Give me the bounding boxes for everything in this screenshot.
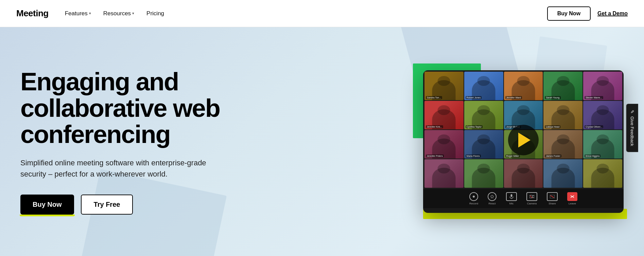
video-cell: Maria Flores	[464, 130, 503, 159]
participant-name: Jennifer Ward	[505, 96, 522, 99]
participant-name: Robert Jones	[466, 96, 482, 99]
video-cell: Sandra Torr...	[424, 72, 464, 100]
nav-pricing[interactable]: Pricing	[146, 10, 164, 17]
video-cell: Erica Higgins	[583, 130, 622, 159]
record-button[interactable]: Record	[469, 192, 478, 205]
play-button[interactable]	[508, 125, 539, 156]
participant-name: Latoya Head	[545, 125, 560, 128]
svg-rect-1	[511, 194, 512, 197]
leave-label: Leave	[569, 202, 576, 205]
share-icon	[547, 192, 558, 201]
nav-links: Features ▾ Resources ▾ Pricing	[65, 10, 547, 17]
hero-content: Engaging and collaborative web conferenc…	[20, 69, 258, 215]
react-label: React	[489, 202, 496, 205]
svg-line-4	[530, 196, 532, 198]
play-triangle-icon	[518, 133, 530, 148]
video-cell: Jennifer Peters	[424, 130, 464, 159]
device-toolbar: Record React Mic	[423, 189, 624, 208]
video-cell: Jennifer Kirk...	[424, 101, 464, 129]
video-cell: Sarah Young	[543, 72, 582, 100]
mic-button[interactable]: Mic	[506, 192, 517, 205]
video-cell: Steven Warre...	[583, 72, 622, 100]
nav-resources[interactable]: Resources ▾	[103, 10, 134, 17]
buy-now-nav-button[interactable]: Buy Now	[547, 6, 591, 21]
chevron-down-icon: ▾	[89, 11, 91, 16]
hero-subtext: Simplified online meeting software with …	[20, 157, 221, 180]
participant-name: James Foster	[545, 154, 561, 158]
camera-button[interactable]: Camera	[526, 192, 537, 205]
participant-name: Erica Higgins	[585, 154, 601, 158]
chevron-down-icon: ▾	[132, 11, 134, 16]
participant-name: Sandra Torr...	[426, 96, 442, 99]
feedback-icon: ✎	[629, 110, 634, 114]
participant-name: Cynthia Taylor	[466, 125, 483, 128]
device-frame: Sandra Torr...Robert JonesJennifer WardS…	[423, 70, 624, 213]
video-cell: Cynthia Taylor	[464, 101, 503, 129]
svg-point-0	[473, 196, 475, 198]
react-icon	[488, 192, 497, 201]
video-cell	[543, 159, 582, 188]
react-button[interactable]: React	[488, 192, 497, 205]
try-free-button[interactable]: Try Free	[81, 195, 133, 215]
nav-features[interactable]: Features ▾	[65, 10, 91, 17]
hero-visual: Sandra Torr...Robert JonesJennifer WardS…	[423, 70, 624, 213]
get-demo-button[interactable]: Get a Demo	[597, 11, 628, 17]
camera-label: Camera	[527, 202, 537, 205]
camera-icon	[526, 192, 537, 201]
participant-name: Roger Miller	[505, 154, 520, 158]
feedback-label: Give Feedback	[629, 116, 634, 146]
participant-name: Maria Flores	[466, 154, 481, 158]
record-label: Record	[469, 202, 478, 205]
mic-label: Mic	[509, 202, 514, 205]
video-cell: James Foster	[543, 130, 582, 159]
hero-section: Engaging and collaborative web conferenc…	[0, 27, 644, 256]
hero-buttons: Buy Now Try Free	[20, 195, 258, 215]
participant-name: Jennifer Kirk...	[426, 125, 443, 128]
video-cell: Robert Jones	[464, 72, 503, 100]
feedback-tab[interactable]: ✎ Give Feedback	[626, 104, 638, 152]
video-cell	[583, 159, 622, 188]
participant-name: Jennifer Peters	[426, 154, 444, 158]
share-button[interactable]: Share	[547, 192, 558, 205]
hero-headline: Engaging and collaborative web conferenc…	[20, 69, 258, 148]
navbar: Meeting Features ▾ Resources ▾ Pricing B…	[0, 0, 644, 27]
leave-icon	[567, 192, 577, 201]
nav-actions: Buy Now Get a Demo	[547, 6, 628, 21]
share-label: Share	[549, 202, 556, 205]
video-cell: Jennifer Ward	[504, 72, 543, 100]
record-icon	[469, 192, 478, 201]
video-cell	[464, 159, 503, 188]
svg-line-6	[551, 196, 554, 198]
video-cell: Latoya Head	[543, 101, 582, 129]
leave-button[interactable]: Leave	[567, 192, 577, 205]
logo[interactable]: Meeting	[16, 8, 49, 19]
video-cell: Crystal Olliver...	[583, 101, 622, 129]
video-cell	[504, 159, 543, 188]
mic-icon	[506, 192, 517, 201]
participant-name: Steven Warre...	[585, 96, 603, 99]
video-cell	[424, 159, 464, 188]
buy-now-hero-button[interactable]: Buy Now	[20, 195, 74, 215]
participant-name: Sarah Young	[545, 96, 560, 99]
participant-name: Crystal Olliver...	[585, 125, 603, 128]
